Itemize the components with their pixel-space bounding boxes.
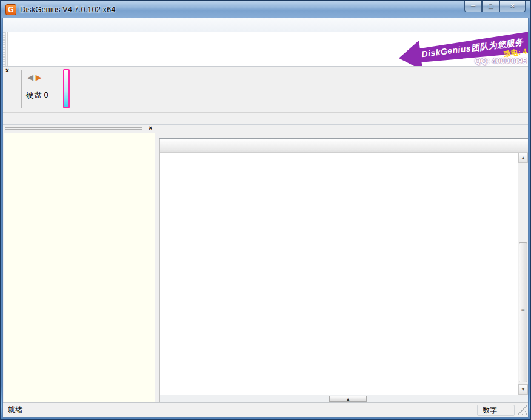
status-text: 就绪 <box>3 405 477 415</box>
file-table-rows: ▲ ▼ <box>160 153 528 395</box>
system-reserved-partition-block[interactable] <box>63 69 70 108</box>
toolbar: DiskGenius团队为您服务 致电: 4 QQ: 40000895 <box>3 32 528 67</box>
app-logo-icon: G <box>5 4 16 15</box>
disk-panel-grip[interactable] <box>19 70 22 108</box>
toolbar-grip[interactable] <box>3 32 6 66</box>
title-bar[interactable]: G DiskGenius V4.7.0.102 x64 ─ ▢ ✕ <box>1 1 530 18</box>
maximize-button[interactable]: ▢ <box>482 1 499 12</box>
disk-overview-panel: × ◀ ▶ 硬盘 0 <box>3 67 528 113</box>
scroll-up-icon[interactable]: ▲ <box>518 153 528 163</box>
close-button[interactable]: ✕ <box>499 1 526 12</box>
horizontal-scrollbar[interactable]: ▲ <box>160 395 528 402</box>
vertical-scrollbar[interactable]: ▲ ▼ <box>518 153 528 395</box>
file-browser: ▲ ▼ ▲ <box>159 139 528 402</box>
horizontal-scrollbar-thumb[interactable]: ▲ <box>329 396 367 402</box>
tree-pane-grip[interactable] <box>5 127 142 130</box>
scroll-down-icon[interactable]: ▼ <box>518 384 528 395</box>
tree-pane: × <box>3 125 156 402</box>
app-window: G DiskGenius V4.7.0.102 x64 ─ ▢ ✕ DiskGe… <box>0 0 531 420</box>
resize-grip[interactable] <box>517 405 527 415</box>
menu-bar <box>3 18 528 32</box>
window-title: DiskGenius V4.7.0.102 x64 <box>20 5 116 14</box>
tabs-bar <box>159 125 528 139</box>
ad-banner[interactable]: DiskGenius团队为您服务 致电: 4 QQ: 40000895 <box>7 32 528 66</box>
next-disk-arrow-icon[interactable]: ▶ <box>36 73 42 82</box>
minimize-button[interactable]: ─ <box>464 1 482 12</box>
numlock-indicator: 数字 <box>477 405 515 416</box>
disk-tree <box>4 133 155 402</box>
disk-panel-close-icon[interactable]: × <box>5 67 9 74</box>
file-table-header <box>160 139 528 153</box>
vertical-scrollbar-thumb[interactable] <box>519 242 527 382</box>
tree-pane-close-icon[interactable]: × <box>149 125 152 132</box>
disk-info-bar <box>3 113 528 125</box>
disk-label: 硬盘 0 <box>26 90 48 101</box>
status-bar: 就绪 数字 <box>3 402 528 417</box>
prev-disk-arrow-icon[interactable]: ◀ <box>27 73 33 82</box>
banner-qq: QQ: 40000895 <box>475 56 527 65</box>
